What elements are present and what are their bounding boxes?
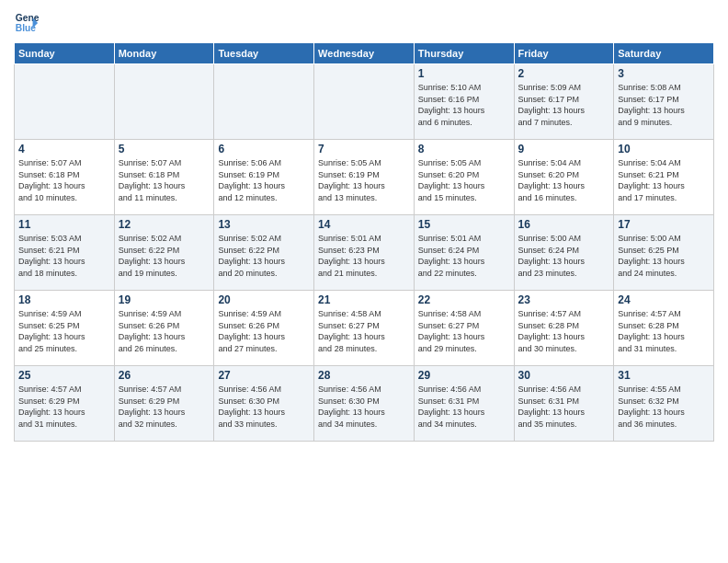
week-row-3: 11Sunrise: 5:03 AM Sunset: 6:21 PM Dayli… [15, 215, 714, 291]
day-cell: 21Sunrise: 4:58 AM Sunset: 6:27 PM Dayli… [314, 291, 415, 366]
day-number: 18 [18, 293, 110, 306]
day-info: Sunrise: 5:00 AM Sunset: 6:25 PM Dayligh… [618, 233, 710, 279]
day-cell: 31Sunrise: 4:55 AM Sunset: 6:32 PM Dayli… [614, 366, 714, 442]
day-info: Sunrise: 5:10 AM Sunset: 6:16 PM Dayligh… [418, 82, 510, 128]
day-number: 16 [518, 218, 610, 231]
day-number: 26 [119, 369, 210, 382]
day-info: Sunrise: 5:02 AM Sunset: 6:22 PM Dayligh… [218, 233, 310, 279]
day-info: Sunrise: 4:58 AM Sunset: 6:27 PM Dayligh… [418, 308, 510, 354]
day-cell: 28Sunrise: 4:56 AM Sunset: 6:30 PM Dayli… [314, 366, 415, 442]
header-cell-tuesday: Tuesday [214, 43, 314, 64]
day-info: Sunrise: 4:57 AM Sunset: 6:29 PM Dayligh… [119, 384, 210, 430]
day-number: 1 [418, 67, 510, 80]
day-info: Sunrise: 5:08 AM Sunset: 6:17 PM Dayligh… [618, 82, 710, 128]
day-number: 21 [318, 293, 410, 306]
day-number: 24 [618, 293, 710, 306]
day-cell [214, 64, 314, 140]
day-cell: 25Sunrise: 4:57 AM Sunset: 6:29 PM Dayli… [15, 366, 115, 442]
day-info: Sunrise: 5:01 AM Sunset: 6:24 PM Dayligh… [418, 233, 510, 279]
day-number: 10 [618, 143, 710, 155]
calendar-table: SundayMondayTuesdayWednesdayThursdayFrid… [14, 42, 714, 442]
day-number: 15 [418, 218, 510, 231]
day-number: 8 [418, 143, 510, 155]
day-info: Sunrise: 4:59 AM Sunset: 6:26 PM Dayligh… [218, 308, 310, 354]
logo-icon: GeneralBlue [14, 9, 40, 35]
day-cell: 3Sunrise: 5:08 AM Sunset: 6:17 PM Daylig… [614, 64, 714, 140]
day-info: Sunrise: 4:56 AM Sunset: 6:30 PM Dayligh… [218, 384, 310, 430]
day-number: 3 [618, 67, 710, 80]
day-cell: 14Sunrise: 5:01 AM Sunset: 6:23 PM Dayli… [314, 215, 415, 291]
day-cell: 30Sunrise: 4:56 AM Sunset: 6:31 PM Dayli… [514, 366, 614, 442]
main-container: GeneralBlue SundayMondayTuesdayWednesday… [0, 0, 728, 451]
day-cell: 2Sunrise: 5:09 AM Sunset: 6:17 PM Daylig… [514, 64, 614, 140]
day-cell: 24Sunrise: 4:57 AM Sunset: 6:28 PM Dayli… [614, 291, 714, 366]
day-number: 4 [18, 143, 110, 155]
day-cell [314, 64, 415, 140]
day-number: 11 [18, 218, 110, 231]
day-cell: 13Sunrise: 5:02 AM Sunset: 6:22 PM Dayli… [214, 215, 314, 291]
day-cell: 11Sunrise: 5:03 AM Sunset: 6:21 PM Dayli… [15, 215, 115, 291]
day-info: Sunrise: 4:56 AM Sunset: 6:31 PM Dayligh… [518, 384, 610, 430]
day-cell: 19Sunrise: 4:59 AM Sunset: 6:26 PM Dayli… [114, 291, 214, 366]
logo: GeneralBlue [14, 9, 40, 35]
day-number: 2 [518, 67, 610, 80]
day-cell: 22Sunrise: 4:58 AM Sunset: 6:27 PM Dayli… [414, 291, 514, 366]
day-cell: 7Sunrise: 5:05 AM Sunset: 6:19 PM Daylig… [314, 140, 415, 215]
day-cell: 15Sunrise: 5:01 AM Sunset: 6:24 PM Dayli… [414, 215, 514, 291]
day-cell: 4Sunrise: 5:07 AM Sunset: 6:18 PM Daylig… [15, 140, 115, 215]
day-info: Sunrise: 5:07 AM Sunset: 6:18 PM Dayligh… [119, 157, 210, 203]
day-info: Sunrise: 5:09 AM Sunset: 6:17 PM Dayligh… [518, 82, 610, 128]
day-number: 9 [518, 143, 610, 155]
day-info: Sunrise: 5:06 AM Sunset: 6:19 PM Dayligh… [218, 157, 310, 203]
header-cell-monday: Monday [114, 43, 214, 64]
day-number: 17 [618, 218, 710, 231]
day-info: Sunrise: 4:58 AM Sunset: 6:27 PM Dayligh… [318, 308, 410, 354]
day-number: 23 [518, 293, 610, 306]
day-info: Sunrise: 5:05 AM Sunset: 6:19 PM Dayligh… [318, 157, 410, 203]
day-cell: 1Sunrise: 5:10 AM Sunset: 6:16 PM Daylig… [414, 64, 514, 140]
day-info: Sunrise: 4:57 AM Sunset: 6:28 PM Dayligh… [618, 308, 710, 354]
day-info: Sunrise: 5:03 AM Sunset: 6:21 PM Dayligh… [18, 233, 110, 279]
day-cell: 29Sunrise: 4:56 AM Sunset: 6:31 PM Dayli… [414, 366, 514, 442]
day-cell: 16Sunrise: 5:00 AM Sunset: 6:24 PM Dayli… [514, 215, 614, 291]
week-row-2: 4Sunrise: 5:07 AM Sunset: 6:18 PM Daylig… [15, 140, 714, 215]
day-number: 28 [318, 369, 410, 382]
day-info: Sunrise: 5:07 AM Sunset: 6:18 PM Dayligh… [18, 157, 110, 203]
day-cell: 26Sunrise: 4:57 AM Sunset: 6:29 PM Dayli… [114, 366, 214, 442]
day-cell: 18Sunrise: 4:59 AM Sunset: 6:25 PM Dayli… [15, 291, 115, 366]
day-info: Sunrise: 4:56 AM Sunset: 6:30 PM Dayligh… [318, 384, 410, 430]
day-number: 6 [218, 143, 310, 155]
week-row-5: 25Sunrise: 4:57 AM Sunset: 6:29 PM Dayli… [15, 366, 714, 442]
day-cell: 10Sunrise: 5:04 AM Sunset: 6:21 PM Dayli… [614, 140, 714, 215]
day-cell: 6Sunrise: 5:06 AM Sunset: 6:19 PM Daylig… [214, 140, 314, 215]
day-number: 7 [318, 143, 410, 155]
day-number: 31 [618, 369, 710, 382]
day-number: 12 [119, 218, 210, 231]
header-cell-wednesday: Wednesday [314, 43, 415, 64]
day-info: Sunrise: 4:57 AM Sunset: 6:28 PM Dayligh… [518, 308, 610, 354]
day-number: 29 [418, 369, 510, 382]
day-info: Sunrise: 4:55 AM Sunset: 6:32 PM Dayligh… [618, 384, 710, 430]
header-cell-saturday: Saturday [614, 43, 714, 64]
day-cell: 12Sunrise: 5:02 AM Sunset: 6:22 PM Dayli… [114, 215, 214, 291]
day-number: 5 [119, 143, 210, 155]
day-info: Sunrise: 5:02 AM Sunset: 6:22 PM Dayligh… [119, 233, 210, 279]
day-info: Sunrise: 4:59 AM Sunset: 6:25 PM Dayligh… [18, 308, 110, 354]
day-info: Sunrise: 5:04 AM Sunset: 6:21 PM Dayligh… [618, 157, 710, 203]
week-row-4: 18Sunrise: 4:59 AM Sunset: 6:25 PM Dayli… [15, 291, 714, 366]
day-info: Sunrise: 4:59 AM Sunset: 6:26 PM Dayligh… [119, 308, 210, 354]
day-info: Sunrise: 5:04 AM Sunset: 6:20 PM Dayligh… [518, 157, 610, 203]
day-cell [114, 64, 214, 140]
day-number: 22 [418, 293, 510, 306]
day-info: Sunrise: 4:57 AM Sunset: 6:29 PM Dayligh… [18, 384, 110, 430]
header-cell-sunday: Sunday [15, 43, 115, 64]
day-cell: 5Sunrise: 5:07 AM Sunset: 6:18 PM Daylig… [114, 140, 214, 215]
day-cell: 23Sunrise: 4:57 AM Sunset: 6:28 PM Dayli… [514, 291, 614, 366]
day-cell [15, 64, 115, 140]
day-number: 25 [18, 369, 110, 382]
day-info: Sunrise: 4:56 AM Sunset: 6:31 PM Dayligh… [418, 384, 510, 430]
header: GeneralBlue [14, 9, 714, 35]
header-cell-thursday: Thursday [414, 43, 514, 64]
day-info: Sunrise: 5:01 AM Sunset: 6:23 PM Dayligh… [318, 233, 410, 279]
day-cell: 8Sunrise: 5:05 AM Sunset: 6:20 PM Daylig… [414, 140, 514, 215]
